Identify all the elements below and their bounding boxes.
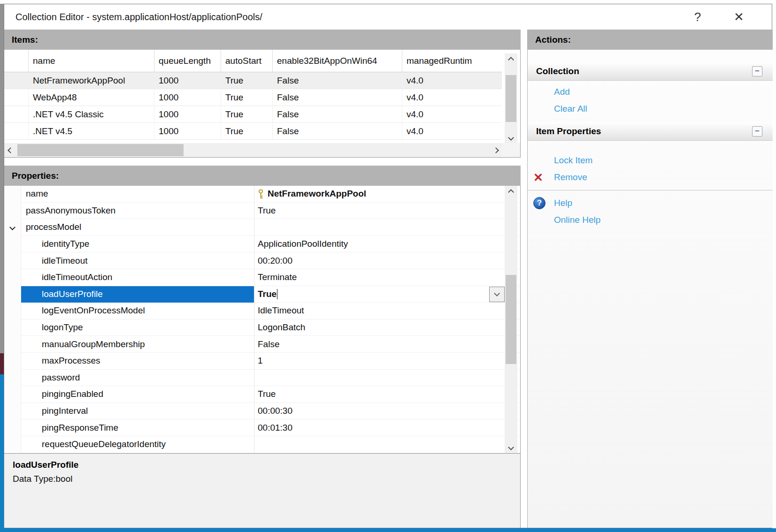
cell-name[interactable]: NetFrameworkAppPool (29, 72, 154, 89)
cell-enable32bit[interactable]: False (273, 106, 402, 122)
scroll-left-icon[interactable] (4, 143, 16, 157)
action-lock-item[interactable]: Lock Item (528, 152, 773, 169)
cell-queuelength[interactable]: 1000 (154, 72, 221, 89)
property-value[interactable]: 00:01:30 (254, 419, 520, 436)
property-value[interactable]: ApplicationPoolIdentity (254, 236, 520, 253)
property-name[interactable]: identityType (21, 236, 254, 253)
table-row[interactable]: .NET v4.5 Classic 1000 True False v4.0 (4, 106, 502, 123)
property-value[interactable]: True (254, 203, 520, 220)
property-row[interactable]: processModel (4, 219, 520, 236)
cell-enable32bit[interactable]: False (273, 89, 402, 106)
property-row[interactable]: logonType LogonBatch (4, 319, 520, 336)
property-row[interactable]: idleTimeoutAction Terminate (4, 269, 520, 286)
value-dropdown-button[interactable] (489, 287, 505, 302)
property-row[interactable]: pingInterval 00:00:30 (4, 403, 520, 420)
cell-enable32bit[interactable]: False (273, 123, 402, 139)
scroll-up-icon[interactable] (505, 186, 517, 198)
property-name[interactable]: idleTimeoutAction (21, 269, 254, 286)
property-name[interactable]: pingInterval (21, 403, 254, 420)
scrollbar-thumb[interactable] (17, 144, 184, 156)
property-value[interactable]: 00:00:30 (254, 403, 520, 420)
property-row-selected[interactable]: loadUserProfile True (4, 286, 520, 303)
property-row[interactable]: manualGroupMembership False (4, 336, 520, 353)
property-name[interactable]: pingResponseTime (21, 419, 254, 436)
cell-autostart[interactable]: True (221, 123, 273, 139)
task-group-item-properties[interactable]: Item Properties − (528, 122, 773, 141)
column-header-managedruntime[interactable]: managedRuntim (402, 50, 502, 72)
table-row[interactable]: WebApp48 1000 True False v4.0 (4, 89, 502, 106)
property-name[interactable]: name (21, 186, 254, 203)
cell-queuelength[interactable]: 1000 (154, 89, 221, 106)
property-value[interactable]: NetFrameworkAppPool (254, 186, 520, 203)
column-header-autostart[interactable]: autoStart (221, 50, 273, 72)
cell-autostart[interactable]: True (221, 72, 273, 89)
scroll-up-icon[interactable] (505, 53, 517, 66)
action-help[interactable]: ? Help (528, 195, 773, 212)
action-add[interactable]: Add (528, 84, 773, 100)
property-value[interactable] (254, 370, 520, 387)
close-icon[interactable]: ✕ (729, 4, 749, 30)
property-row[interactable]: passAnonymousToken True (4, 203, 520, 220)
row-header-cell[interactable] (4, 89, 29, 106)
row-header-cell[interactable] (4, 106, 29, 122)
cell-name[interactable]: WebApp48 (29, 89, 154, 106)
cell-managedruntime[interactable]: v4.0 (402, 89, 502, 106)
property-name[interactable]: processModel (21, 219, 254, 236)
cell-enable32bit[interactable]: False (273, 72, 402, 89)
scroll-right-icon[interactable] (490, 143, 502, 157)
property-name[interactable]: maxProcesses (21, 353, 254, 370)
collapse-icon[interactable]: − (752, 126, 762, 137)
property-name[interactable]: requestQueueDelegatorIdentity (21, 436, 254, 453)
task-group-collection[interactable]: Collection − (528, 62, 773, 81)
items-horizontal-scrollbar[interactable] (4, 143, 502, 157)
scroll-down-icon[interactable] (505, 131, 517, 144)
property-row[interactable]: maxProcesses 1 (4, 353, 520, 370)
row-header-cell[interactable] (4, 72, 29, 89)
action-link-label[interactable]: Add (554, 87, 570, 97)
cell-queuelength[interactable]: 1000 (154, 106, 221, 122)
property-name[interactable]: manualGroupMembership (21, 336, 254, 353)
cell-name[interactable]: .NET v4.5 Classic (29, 106, 154, 122)
cell-autostart[interactable]: True (221, 106, 273, 122)
property-value-editor[interactable]: True (254, 286, 520, 303)
cell-managedruntime[interactable]: v4.0 (402, 72, 502, 89)
chevron-down-icon[interactable] (9, 225, 15, 231)
action-link-label[interactable]: Lock Item (554, 155, 592, 166)
property-name[interactable]: logonType (21, 319, 254, 336)
action-link-label[interactable]: Clear All (554, 104, 587, 114)
action-link-label[interactable]: Help (554, 198, 572, 208)
action-link-label[interactable]: Remove (554, 172, 587, 182)
property-row[interactable]: requestQueueDelegatorIdentity (4, 436, 520, 453)
scrollbar-thumb[interactable] (506, 275, 516, 364)
property-row[interactable]: pingingEnabled True (4, 386, 520, 403)
property-row[interactable]: identityType ApplicationPoolIdentity (4, 236, 520, 253)
cell-managedruntime[interactable]: v4.0 (402, 123, 502, 139)
items-vertical-scrollbar[interactable] (505, 53, 517, 144)
action-clear-all[interactable]: Clear All (528, 100, 773, 117)
property-value[interactable]: IdleTimeout (254, 303, 520, 319)
property-row[interactable]: password (4, 370, 520, 387)
property-name[interactable]: password (21, 370, 254, 387)
cell-managedruntime[interactable]: v4.0 (402, 106, 502, 122)
cell-autostart[interactable]: True (221, 89, 273, 106)
property-value[interactable]: LogonBatch (254, 319, 520, 336)
property-row[interactable]: logEventOnProcessModel IdleTimeout (4, 303, 520, 319)
table-row[interactable]: .NET v4.5 1000 True False v4.0 (4, 123, 502, 140)
scroll-down-icon[interactable] (505, 441, 517, 453)
property-value[interactable] (254, 436, 520, 453)
property-name[interactable]: passAnonymousToken (21, 203, 254, 220)
cell-name[interactable]: .NET v4.5 (29, 123, 154, 139)
column-header-enable32bit[interactable]: enable32BitAppOnWin64 (273, 50, 402, 72)
row-header-cell[interactable] (4, 123, 29, 139)
property-value[interactable]: Terminate (254, 269, 520, 286)
property-name[interactable]: logEventOnProcessModel (21, 303, 254, 319)
column-header-queuelength[interactable]: queueLength (154, 50, 221, 72)
collapse-icon[interactable]: − (752, 66, 762, 76)
action-online-help[interactable]: Online Help (528, 212, 773, 228)
property-name[interactable]: loadUserProfile (21, 286, 254, 303)
cell-queuelength[interactable]: 1000 (154, 123, 221, 139)
action-remove[interactable]: ✕ Remove (528, 169, 773, 186)
dialog-help-button[interactable]: ? (687, 4, 708, 30)
title-bar[interactable]: Collection Editor - system.applicationHo… (4, 4, 772, 30)
action-link-label[interactable]: Online Help (554, 215, 600, 225)
